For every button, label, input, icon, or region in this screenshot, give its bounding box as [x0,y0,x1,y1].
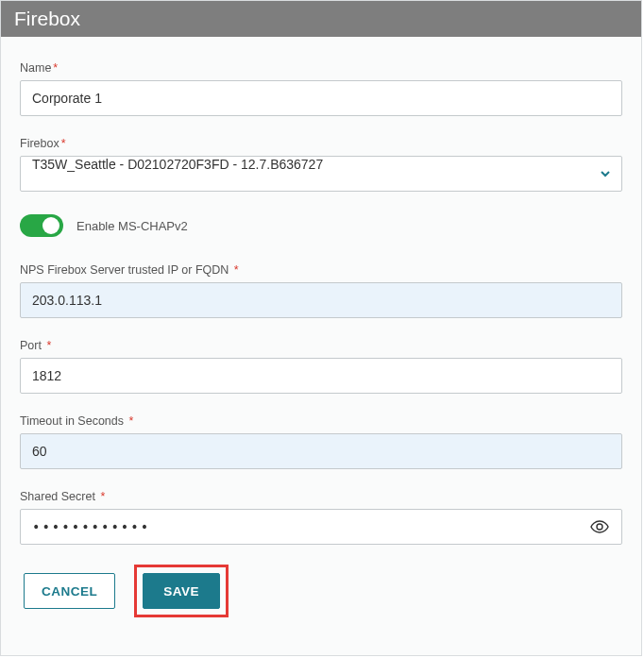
panel-title: Firebox [14,8,80,29]
firebox-select[interactable]: T35W_Seattle - D02102720F3FD - 12.7.B636… [20,156,622,192]
ip-label: NPS Firebox Server trusted IP or FQDN * [20,263,622,277]
shared-secret-label: Shared Secret * [20,490,622,503]
eye-icon [590,520,609,533]
form-body: Name* Firebox* T35W_Seattle - D02102720F… [1,37,641,636]
firebox-selected-value: T35W_Seattle - D02102720F3FD - 12.7.B636… [32,157,323,172]
reveal-secret-button[interactable] [586,516,613,537]
save-button-highlight: SAVE [134,565,229,617]
timeout-label: Timeout in Seconds * [20,414,622,428]
required-asterisk: * [53,61,58,75]
save-button[interactable]: SAVE [143,573,220,609]
name-label: Name* [20,61,622,75]
firebox-config-panel: Firebox Name* Firebox* T35W_Seattle - D0… [0,0,642,656]
nps-ip-input[interactable] [20,282,622,318]
toggle-knob [42,217,59,234]
timeout-input[interactable] [20,433,622,469]
port-input[interactable] [20,358,622,394]
required-asterisk: * [97,490,105,503]
shared-secret-input[interactable] [20,509,622,545]
required-asterisk: * [61,137,66,150]
required-asterisk: * [126,414,133,428]
firebox-label: Firebox* [20,137,622,150]
required-asterisk: * [230,263,238,277]
panel-header: Firebox [1,1,641,37]
port-label: Port * [20,339,622,352]
button-row: CANCEL SAVE [20,573,622,617]
required-asterisk: * [43,339,51,352]
svg-point-0 [597,524,602,530]
cancel-button[interactable]: CANCEL [24,573,115,609]
enable-mschapv2-label: Enable MS-CHAPv2 [76,219,188,233]
enable-mschapv2-toggle[interactable] [20,214,63,237]
name-input[interactable] [20,80,622,116]
